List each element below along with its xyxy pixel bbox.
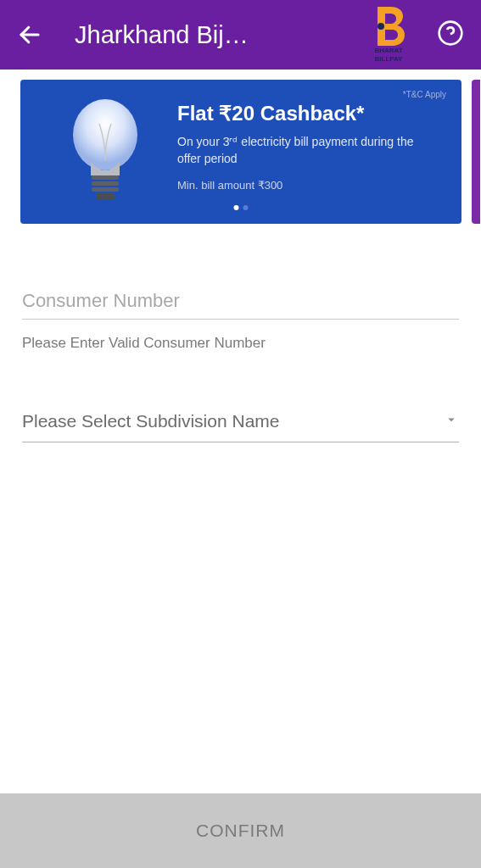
consumer-number-input[interactable] (22, 283, 459, 320)
carousel-dots (234, 205, 249, 210)
svg-point-1 (378, 23, 384, 30)
confirm-button[interactable]: CONFIRM (0, 793, 481, 868)
svg-rect-8 (96, 193, 115, 200)
banner-text-block: Flat ₹20 Cashback* On your 3ʳᵈ electrici… (177, 102, 415, 207)
bharat-text-2: BILLPAY (375, 56, 403, 63)
bill-form: Please Enter Valid Consumer Number Pleas… (0, 224, 481, 442)
carousel-dot (243, 205, 249, 210)
bharat-billpay-logo: BHARAT BILLPAY (372, 7, 405, 63)
lightbulb-icon (46, 94, 165, 213)
subdivision-select[interactable]: Please Select Subdivision Name (22, 411, 459, 442)
bharat-text-1: BHARAT (374, 47, 402, 54)
subdivision-placeholder: Please Select Subdivision Name (22, 411, 280, 431)
page-title: Jharkhand Bij… (75, 21, 249, 49)
confirm-label: CONFIRM (196, 821, 285, 841)
promo-banner[interactable]: Flat ₹20 Cashback* On your 3ʳᵈ electrici… (20, 80, 461, 224)
svg-rect-6 (92, 181, 119, 186)
consumer-helper-text: Please Enter Valid Consumer Number (22, 335, 459, 352)
banner-terms: *T&C Apply (403, 90, 446, 99)
carousel-dot-active (234, 205, 239, 210)
banner-title: Flat ₹20 Cashback* (177, 102, 415, 125)
app-header: Jharkhand Bij… BHARAT BILLPAY (0, 0, 481, 70)
banner-minimum: Min. bill amount ₹300 (177, 179, 415, 192)
help-icon[interactable] (437, 19, 464, 50)
svg-rect-5 (92, 175, 119, 180)
promo-banner-carousel[interactable]: Flat ₹20 Cashback* On your 3ʳᵈ electrici… (0, 70, 481, 224)
svg-rect-7 (92, 187, 119, 192)
banner-subtitle: On your 3ʳᵈ electricity bill payment dur… (177, 134, 415, 167)
promo-banner-next-peek[interactable] (472, 80, 480, 224)
bharat-b-icon (372, 7, 405, 46)
chevron-down-icon (444, 412, 459, 431)
back-arrow-icon[interactable] (17, 22, 42, 47)
consumer-number-row (22, 283, 459, 320)
